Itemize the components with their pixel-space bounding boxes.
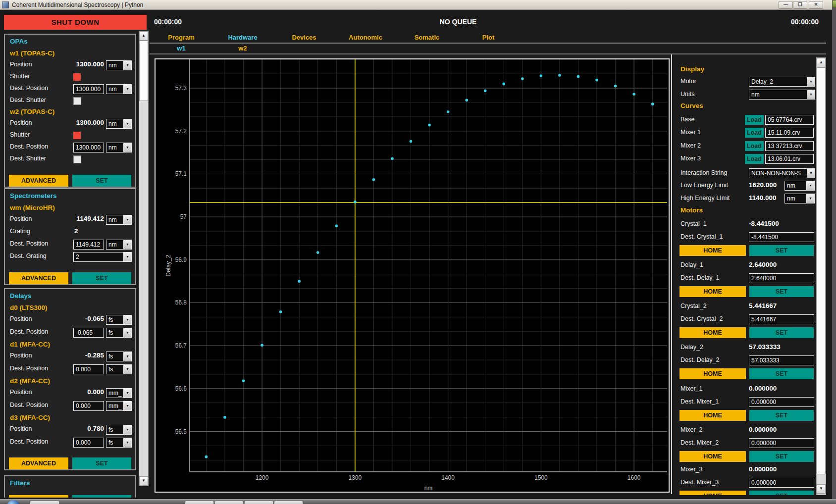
chevron-down-icon[interactable]: ▼: [123, 252, 131, 261]
taskbar-button[interactable]: [185, 501, 214, 504]
load-curve-button[interactable]: Load: [745, 115, 764, 125]
start-orb-icon[interactable]: [7, 500, 20, 504]
taskbar-button[interactable]: [30, 501, 59, 504]
windows-taskbar[interactable]: [0, 499, 836, 504]
chevron-down-icon[interactable]: ▼: [123, 438, 131, 447]
chevron-down-icon[interactable]: ▼: [807, 90, 815, 99]
unit-dropdown[interactable]: fs▼: [106, 364, 132, 374]
set-button[interactable]: SET: [749, 368, 814, 379]
set-button[interactable]: SET: [72, 457, 131, 469]
unit-dropdown[interactable]: nm▼: [106, 60, 132, 70]
unit-dropdown[interactable]: fs▼: [106, 352, 132, 361]
chevron-down-icon[interactable]: ▼: [806, 194, 814, 203]
set-button[interactable]: SET: [749, 410, 814, 421]
chevron-down-icon[interactable]: ▼: [123, 425, 131, 434]
dest-motor-input[interactable]: 2.640000: [749, 273, 814, 283]
chevron-down-icon[interactable]: ▼: [806, 181, 814, 190]
unit-dropdown[interactable]: nm▼: [106, 84, 132, 94]
left-scrollbar-thumb[interactable]: [139, 41, 148, 101]
restore-button[interactable]: ❐: [793, 1, 807, 9]
scroll-up-icon[interactable]: ▲: [139, 31, 148, 41]
unit-dropdown[interactable]: fs▼: [106, 315, 132, 325]
unit-dropdown[interactable]: fs▼: [106, 328, 132, 338]
close-button[interactable]: ✕: [809, 1, 823, 9]
right-scrollbar-thumb[interactable]: [817, 67, 826, 474]
taskbar-button[interactable]: [244, 501, 273, 504]
taskbar-button[interactable]: [274, 501, 303, 504]
advanced-button[interactable]: ADVANCED: [9, 272, 68, 284]
advanced-button[interactable]: ADVANCED: [9, 495, 68, 498]
dest-shutter-checkbox[interactable]: [73, 155, 81, 163]
shutdown-button[interactable]: SHUT DOWN: [4, 15, 147, 30]
home-button[interactable]: HOME: [679, 327, 746, 338]
chevron-down-icon[interactable]: ▼: [123, 365, 131, 374]
load-curve-button[interactable]: Load: [745, 141, 764, 151]
dest-position-input[interactable]: -0.065: [73, 328, 104, 338]
dest-motor-input[interactable]: 0.000000: [749, 478, 814, 488]
advanced-button[interactable]: ADVANCED: [9, 457, 68, 469]
unit-dropdown[interactable]: mm_▼: [106, 388, 132, 398]
unit-dropdown[interactable]: nm▼: [106, 215, 132, 225]
plot-canvas[interactable]: 1200130014001500160056.556.656.756.856.9…: [156, 59, 669, 492]
chevron-down-icon[interactable]: ▼: [123, 143, 131, 152]
curve-file-input[interactable]: 13 37213.crv: [765, 141, 814, 151]
motor-dropdown[interactable]: Delay_2▼: [749, 77, 815, 87]
scroll-up-icon[interactable]: ▲: [817, 58, 826, 67]
set-button[interactable]: SET: [72, 175, 131, 187]
set-button[interactable]: SET: [72, 272, 131, 284]
unit-dropdown[interactable]: fs▼: [106, 438, 132, 448]
home-button[interactable]: HOME: [679, 286, 746, 297]
unit-dropdown[interactable]: nm▼: [106, 143, 132, 152]
dest-shutter-checkbox[interactable]: [73, 97, 81, 105]
home-button[interactable]: HOME: [679, 451, 746, 462]
chevron-down-icon[interactable]: ▼: [123, 402, 131, 410]
chevron-down-icon[interactable]: ▼: [123, 315, 131, 324]
dest-motor-input[interactable]: 5.441667: [749, 314, 814, 324]
chevron-down-icon[interactable]: ▼: [123, 119, 131, 128]
set-button[interactable]: SET: [749, 491, 814, 495]
chevron-down-icon[interactable]: ▼: [123, 85, 131, 94]
dest-motor-input[interactable]: 0.000000: [749, 438, 814, 448]
home-button[interactable]: HOME: [679, 491, 746, 495]
tab-hardware[interactable]: Hardware: [212, 34, 273, 41]
unit-dropdown[interactable]: fs▼: [106, 425, 132, 435]
dest-position-input[interactable]: 0.000: [73, 364, 104, 374]
home-button[interactable]: HOME: [679, 410, 746, 421]
minimize-button[interactable]: —: [779, 1, 793, 9]
dest-position-input[interactable]: 1300.000: [73, 143, 104, 152]
scroll-down-icon[interactable]: ▼: [139, 476, 148, 486]
advanced-button[interactable]: ADVANCED: [9, 175, 68, 187]
dest-grating-dropdown[interactable]: 2▼: [73, 252, 132, 262]
set-button[interactable]: SET: [749, 286, 814, 297]
units-dropdown[interactable]: nm▼: [749, 90, 815, 100]
load-curve-button[interactable]: Load: [745, 128, 764, 138]
chevron-down-icon[interactable]: ▼: [123, 215, 131, 224]
tab-devices[interactable]: Devices: [273, 34, 335, 41]
right-panel-scrollbar[interactable]: ▲ ▼: [816, 57, 826, 495]
curve-file-input[interactable]: 13.06.01.crv: [765, 154, 814, 164]
chevron-down-icon[interactable]: ▼: [123, 61, 131, 70]
set-button[interactable]: SET: [749, 245, 814, 256]
curve-file-input[interactable]: 15.11.09.crv: [765, 128, 814, 138]
tab-autonomic[interactable]: Autonomic: [335, 34, 396, 41]
dest-position-input[interactable]: 1149.412: [73, 240, 104, 250]
dest-position-input[interactable]: 0.000: [73, 401, 104, 411]
dest-motor-input[interactable]: -8.441500: [749, 232, 814, 242]
tab-program[interactable]: Program: [151, 34, 212, 41]
unit-dropdown[interactable]: nm▼: [106, 119, 132, 129]
home-button[interactable]: HOME: [679, 368, 746, 379]
subtab-w2[interactable]: w2: [212, 45, 273, 52]
delay-curve-plot[interactable]: 1200130014001500160056.556.656.756.856.9…: [155, 58, 670, 493]
unit-dropdown[interactable]: mm_▼: [106, 401, 132, 411]
tab-somatic[interactable]: Somatic: [396, 34, 458, 41]
chevron-down-icon[interactable]: ▼: [123, 352, 131, 361]
dest-position-input[interactable]: 1300.000: [73, 84, 104, 94]
title-bar[interactable]: Coherent Multidimensional Spectroscopy |…: [0, 0, 832, 10]
unit-dropdown[interactable]: nm▼: [784, 181, 815, 191]
load-curve-button[interactable]: Load: [745, 154, 764, 164]
interaction-string-dropdown[interactable]: NON-NON-NON-S▼: [749, 168, 815, 178]
set-button[interactable]: SET: [72, 495, 131, 498]
chevron-down-icon[interactable]: ▼: [123, 389, 131, 398]
set-button[interactable]: SET: [749, 451, 814, 462]
chevron-down-icon[interactable]: ▼: [123, 240, 131, 249]
